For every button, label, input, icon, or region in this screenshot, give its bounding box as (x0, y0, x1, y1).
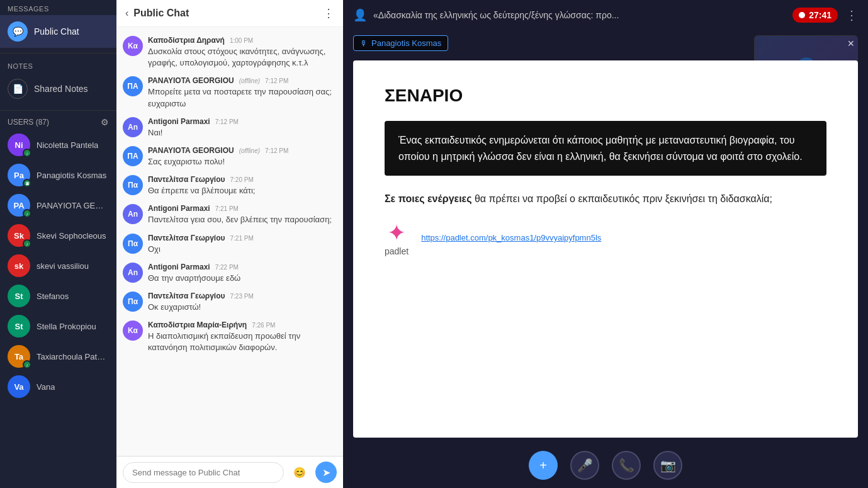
user-item[interactable]: St Stella Prokopiou (0, 311, 116, 341)
msg-sender: Καποδίστρια Μαρία-Ειρήνη (148, 321, 247, 329)
user-name: skevi vassiliou (37, 261, 89, 271)
msg-avatar: An (123, 117, 143, 137)
user-avatar: PA ♪ (8, 194, 30, 217)
slide-scenario-box: Ένας εκπαιδευτικός ενημερώνεται ότι κάπο… (385, 121, 826, 176)
user-item[interactable]: Va Vana (0, 372, 116, 402)
main-content: 👤 «Διδασκαλία της ελληνικής ως δεύτερης/… (343, 0, 868, 488)
msg-sender: PANAYIOTA GEORGIOU (148, 146, 234, 155)
user-badge: 🖥 (23, 179, 31, 188)
sidebar-item-public-chat[interactable]: 💬 Public Chat (0, 15, 116, 48)
chat-message: An Antigoni Parmaxi 7:22 PM Θα την αναρτ… (116, 259, 343, 288)
user-item[interactable]: Ta ♪ Taxiarchoula Patso... (0, 341, 116, 372)
presenter-name: Panagiotis Kosmas (371, 38, 441, 48)
padlet-logo-icon: ✦ (385, 220, 409, 246)
user-badge: ♪ (23, 360, 31, 369)
user-item[interactable]: PA ♪ PANAYIOTA GEORGI... (0, 190, 116, 220)
msg-text: Οχι (148, 244, 337, 255)
slide-content: ΣΕΝΑΡΙΟ Ένας εκπαιδευτικός ενημερώνεται … (353, 60, 858, 438)
expand-icon[interactable]: ⤢ (846, 424, 855, 438)
users-count-label: USERS (87) (8, 118, 49, 127)
msg-avatar: Πα (123, 292, 143, 312)
notes-icon: 📄 (8, 79, 28, 99)
sidebar-item-label: Shared Notes (34, 84, 88, 94)
chat-message: Κα Καποδίστρια Μαρία-Ειρήνη 7:26 PM Η δι… (116, 317, 343, 357)
user-avatar: Pa 🖥 (8, 164, 30, 186)
chat-panel: ‹ Public Chat ⋮ Κα Καποδίστρια Δηρανή 1:… (116, 0, 343, 488)
notes-section: NOTES 📄 Shared Notes (0, 53, 116, 105)
mic-button[interactable]: 🎤 (570, 451, 599, 480)
recording-dot (799, 12, 805, 18)
users-settings-icon[interactable]: ⚙ (101, 117, 109, 127)
user-item[interactable]: Pa 🖥 Panagiotis Kosmas (0, 160, 116, 190)
user-name: PANAYIOTA GEORGI... (37, 201, 109, 210)
users-section: USERS (87) ⚙ Ni ♪ Nicoletta Pantela Pa 🖥… (0, 110, 116, 402)
msg-offline: (offline) (239, 77, 260, 84)
msg-text: Θα έπρεπε να βλέπουμε κάτι; (148, 185, 337, 196)
chat-message: ΠΑ PANAYIOTA GEORGIOU (offline) 7:12 PM … (116, 142, 343, 171)
msg-body: PANAYIOTA GEORGIOU (offline) 7:12 PM Μπο… (148, 76, 337, 109)
msg-body: Παντελίτσα Γεωργίου 7:20 PM Θα έπρεπε να… (148, 175, 337, 196)
msg-body: Καποδίστρια Μαρία-Ειρήνη 7:26 PM Η διαπο… (148, 321, 337, 353)
chat-message: An Antigoni Parmaxi 7:21 PM Παντελίτσα γ… (116, 200, 343, 229)
msg-time: 7:23 PM (230, 293, 254, 300)
msg-text: Παντελίτσα γεια σου, δεν βλέπεις την παρ… (148, 214, 337, 225)
user-avatar: Ta ♪ (8, 345, 30, 368)
msg-text: Οκ ευχαριστώ! (148, 302, 337, 313)
slide-area: ΣΕΝΑΡΙΟ Ένας εκπαιδευτικός ενημερώνεται … (353, 60, 858, 438)
msg-avatar: Κα (123, 321, 143, 341)
user-item[interactable]: St Stefanos (0, 281, 116, 311)
video-close-icon[interactable]: ✕ (847, 38, 855, 48)
user-avatar: Sk ♪ (8, 224, 30, 247)
mic-icon: 🎙 (360, 39, 368, 48)
user-item[interactable]: Sk ♪ Skevi Sophocleous (0, 220, 116, 251)
users-header: USERS (87) ⚙ (0, 115, 116, 130)
emoji-button[interactable]: 😊 (289, 462, 310, 483)
padlet-link[interactable]: https://padlet.com/pk_kosmas1/p9vvyaipyf… (421, 233, 601, 242)
user-item[interactable]: sk skevi vassiliou (0, 251, 116, 281)
chat-message: Πα Παντελίτσα Γεωργίου 7:20 PM Θα έπρεπε… (116, 171, 343, 200)
user-icon: 👤 (353, 8, 367, 22)
msg-time: 7:12 PM (215, 118, 239, 125)
presentation-title: «Διδασκαλία της ελληνικής ως δεύτερης/ξέ… (373, 10, 619, 20)
notes-section-label: NOTES (0, 57, 116, 72)
presenter-badge: 🎙 Panagiotis Kosmas (353, 35, 448, 51)
sidebar-item-label: Public Chat (34, 26, 79, 37)
msg-body: Antigoni Parmaxi 7:22 PM Θα την αναρτήσο… (148, 263, 337, 284)
msg-time: 7:21 PM (215, 205, 239, 212)
msg-time: 7:22 PM (215, 264, 239, 271)
msg-body: Antigoni Parmaxi 7:21 PM Παντελίτσα γεια… (148, 204, 337, 225)
msg-sender: Antigoni Parmaxi (148, 204, 210, 213)
user-item[interactable]: Ni ♪ Nicoletta Pantela (0, 130, 116, 160)
chat-more-icon[interactable]: ⋮ (323, 6, 334, 20)
slide-title: ΣΕΝΑΡΙΟ (385, 86, 826, 106)
user-name: Taxiarchoula Patso... (37, 352, 109, 361)
chat-input[interactable] (123, 462, 284, 483)
msg-avatar: An (123, 263, 143, 283)
padlet-section: ✦ padlet https://padlet.com/pk_kosmas1/p… (385, 220, 826, 256)
msg-time: 7:12 PM (265, 147, 288, 154)
send-button[interactable]: ➤ (315, 462, 337, 483)
msg-time: 1:00 PM (230, 37, 253, 44)
phone-button[interactable]: 📞 (612, 451, 641, 480)
back-icon[interactable]: ‹ (125, 8, 128, 19)
msg-text: Μπορείτε μετα να ποσταρετε την παρουσίασ… (148, 86, 337, 109)
user-badge: ♪ (23, 149, 31, 157)
user-list: Ni ♪ Nicoletta Pantela Pa 🖥 Panagiotis K… (0, 130, 116, 402)
user-avatar: sk (8, 254, 30, 277)
main-more-icon[interactable]: ⋮ (845, 8, 858, 23)
msg-body: Καποδίστρια Δηρανή 1:00 PM Δυσκολία στου… (148, 36, 337, 69)
sidebar-item-shared-notes[interactable]: 📄 Shared Notes (0, 72, 116, 105)
video-button[interactable]: 📷 (653, 451, 682, 480)
msg-sender: Παντελίτσα Γεωργίου (148, 234, 225, 242)
msg-avatar: Πα (123, 234, 143, 254)
user-name: Panagiotis Kosmas (37, 171, 106, 180)
slide-question-bold: Σε ποιες ενέργειες (385, 193, 471, 204)
msg-sender: Antigoni Parmaxi (148, 117, 210, 126)
user-badge: ♪ (23, 209, 31, 218)
msg-offline: (offline) (239, 147, 260, 154)
main-header: 👤 «Διδασκαλία της ελληνικής ως δεύτερης/… (343, 0, 868, 30)
chat-message: Πα Παντελίτσα Γεωργίου 7:23 PM Οκ ευχαρι… (116, 288, 343, 317)
add-button[interactable]: + (529, 451, 558, 480)
padlet-brand-name: padlet (385, 246, 409, 256)
slide-question: Σε ποιες ενέργειες θα πρέπει να προβεί ο… (385, 191, 826, 207)
